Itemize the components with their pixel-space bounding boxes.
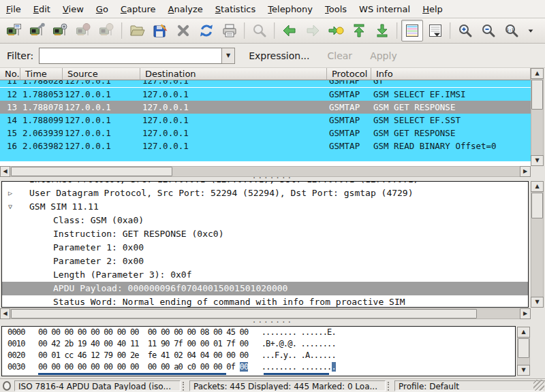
zoom-100-button[interactable]: 1:1 <box>501 20 523 42</box>
close-file-button[interactable] <box>172 20 194 42</box>
hex-text <box>235 362 239 372</box>
scroll-thumb[interactable] <box>531 80 543 110</box>
apply-button[interactable]: Apply <box>366 48 401 63</box>
zoom-out-button[interactable] <box>478 20 499 42</box>
save-file-button[interactable] <box>149 20 171 42</box>
column-header-no[interactable]: No. <box>0 68 20 80</box>
menu-item-ws-internal[interactable]: WS internal <box>353 2 416 16</box>
filter-input[interactable] <box>39 48 221 64</box>
cell-no: 12 <box>0 89 20 99</box>
column-header-protocol[interactable]: Protocol <box>327 68 371 80</box>
detail-row[interactable]: APDU Payload: 000000096f0704001500150102… <box>2 282 528 295</box>
wireshark-window: FileEditViewGoCaptureAnalyzeStatisticsTe… <box>0 0 545 392</box>
detail-row[interactable]: Instruction: GET RESPONSE (0xc0) <box>2 227 528 241</box>
packet-row-clipped[interactable]: 111.788028127.0.0.1127.0.0.1GSMTAPGT <box>0 80 531 88</box>
list-interfaces-button[interactable] <box>3 20 25 42</box>
detail-row[interactable]: Parameter 2: 0x00 <box>2 255 528 268</box>
menu-item-file[interactable]: File <box>0 2 27 16</box>
packet-row-clipped[interactable] <box>0 152 531 161</box>
find-icon <box>251 22 268 39</box>
scroll-down-button[interactable]: ▼ <box>531 297 544 308</box>
hex-bytes: fe 41 02 04 04 00 00 00 <box>148 350 249 360</box>
scroll-thumb[interactable] <box>11 167 172 176</box>
packet-row[interactable]: 131.788078127.0.0.1127.0.0.1GSMTAPGSM GE… <box>0 101 531 114</box>
zoom-in-button[interactable] <box>454 20 476 42</box>
capture-stop-button[interactable] <box>73 20 95 42</box>
hex-row[interactable]: 0030 00 00 00 00 00 00 00 00 00 00 a0 c0… <box>2 361 515 373</box>
menu-item-edit[interactable]: Edit <box>27 2 57 16</box>
scroll-left-button[interactable]: ◀ <box>0 308 10 319</box>
detail-text: User Datagram Protocol, Src Port: 52294 … <box>2 186 414 200</box>
column-header-info[interactable]: Info <box>371 68 531 80</box>
menu-item-telephony[interactable]: Telephony <box>262 2 319 16</box>
capture-restart-button[interactable] <box>96 20 118 42</box>
detail-row[interactable]: Length (Parameter 3): 0x0f <box>2 268 528 282</box>
goto-packet-button[interactable] <box>325 20 347 42</box>
expander-collapsed-icon[interactable]: ▷ <box>8 186 12 200</box>
detail-row[interactable]: Internet Protocol, Src: 127.0.0.1 (127.0… <box>2 182 528 186</box>
go-back-button[interactable] <box>279 20 300 42</box>
cell-source: 127.0.0.1 <box>63 80 140 86</box>
column-header-time[interactable]: Time <box>20 68 63 80</box>
pane-splitter[interactable]: ······· <box>0 176 545 181</box>
go-top-button[interactable] <box>348 20 370 42</box>
detail-row-clipped[interactable]: Internet Protocol, Src: 127.0.0.1 (127.0… <box>2 182 528 186</box>
detail-row[interactable]: Status Word: Normal ending of command wi… <box>2 295 528 308</box>
colorize-button[interactable] <box>401 20 423 42</box>
packet-row[interactable]: 141.788099127.0.0.1127.0.0.1GSMTAPGSM SE… <box>0 114 531 127</box>
capture-options-button[interactable] <box>27 20 48 42</box>
detail-row[interactable]: Parameter 1: 0x00 <box>2 241 528 255</box>
go-forward-button[interactable] <box>302 20 324 42</box>
menu-item-analyze[interactable]: Analyze <box>162 2 209 16</box>
window-resize-grip[interactable] <box>533 380 544 391</box>
cell-protocol: GSMTAP <box>327 80 371 86</box>
detail-row[interactable]: ▽GSM SIM 11.11 <box>2 200 528 214</box>
go-bottom-button[interactable] <box>371 20 393 42</box>
detail-row[interactable]: Class: GSM (0xa0) <box>2 214 528 227</box>
detail-row[interactable]: ▷User Datagram Protocol, Src Port: 52294… <box>2 186 528 200</box>
reload-button[interactable] <box>196 20 217 42</box>
hex-bytes: 00 00 00 00 00 00 00 00 <box>38 362 139 372</box>
scroll-up-button[interactable]: ▲ <box>531 68 544 79</box>
hex-bytes: 00 01 cc 46 12 79 00 2e <box>38 350 139 360</box>
menu-item-view[interactable]: View <box>57 2 90 16</box>
scroll-right-button[interactable]: ▶ <box>520 308 531 319</box>
scroll-down-button[interactable]: ▼ <box>531 155 544 166</box>
expert-info-indicator[interactable] <box>3 381 11 391</box>
expander-expanded-icon[interactable]: ▽ <box>8 200 12 214</box>
auto-scroll-button[interactable] <box>424 20 446 42</box>
scroll-thumb[interactable] <box>531 193 543 218</box>
packet-row[interactable]: 121.788053127.0.0.1127.0.0.1GSMTAPGSM SE… <box>0 88 531 101</box>
open-file-icon <box>129 22 145 39</box>
packet-row[interactable]: 162.063982127.0.0.1127.0.0.1GSMTAPGSM RE… <box>0 140 531 152</box>
column-header-destination[interactable]: Destination <box>140 68 327 80</box>
hex-offset: 0000 <box>7 327 25 337</box>
menu-item-statistics[interactable]: Statistics <box>209 2 262 16</box>
scroll-up-button[interactable]: ▲ <box>531 181 544 192</box>
scroll-up-button[interactable]: ▲ <box>517 327 530 338</box>
clear-button[interactable]: Clear <box>324 48 357 63</box>
pane-splitter[interactable]: ······· <box>0 319 545 326</box>
zoom-out-icon <box>480 22 497 39</box>
menu-item-help[interactable]: Help <box>416 2 449 16</box>
menu-item-go[interactable]: Go <box>90 2 114 16</box>
column-header-source[interactable]: Source <box>63 68 140 80</box>
filter-dropdown-button[interactable]: ▼ <box>221 48 235 64</box>
menu-item-tools[interactable]: Tools <box>319 2 353 16</box>
hex-row[interactable]: 0000 00 00 00 00 00 00 00 00 00 00 00 00… <box>2 327 515 338</box>
hex-row[interactable]: 0020 00 01 cc 46 12 79 00 2e fe 41 02 04… <box>2 350 515 361</box>
menu-item-capture[interactable]: Capture <box>114 2 162 16</box>
find-button[interactable] <box>249 20 270 42</box>
more-options-button[interactable] <box>524 20 538 42</box>
packet-row[interactable]: 111.788028127.0.0.1127.0.0.1GSMTAPGT <box>0 80 531 87</box>
open-file-button[interactable] <box>126 20 148 42</box>
scroll-thumb[interactable] <box>518 338 529 358</box>
expression-button[interactable]: Expression... <box>245 48 313 63</box>
statusbar-handle <box>183 382 187 391</box>
print-button[interactable] <box>219 20 240 42</box>
capture-start-button[interactable] <box>50 20 72 42</box>
packet-row[interactable]: 152.063939127.0.0.1127.0.0.1GSMTAPGSM GE… <box>0 127 531 140</box>
scroll-down-button[interactable]: ▼ <box>517 365 530 376</box>
scroll-thumb[interactable] <box>11 309 477 318</box>
hex-row[interactable]: 0010 00 42 2b 19 40 00 40 11 11 90 7f 00… <box>2 338 515 350</box>
